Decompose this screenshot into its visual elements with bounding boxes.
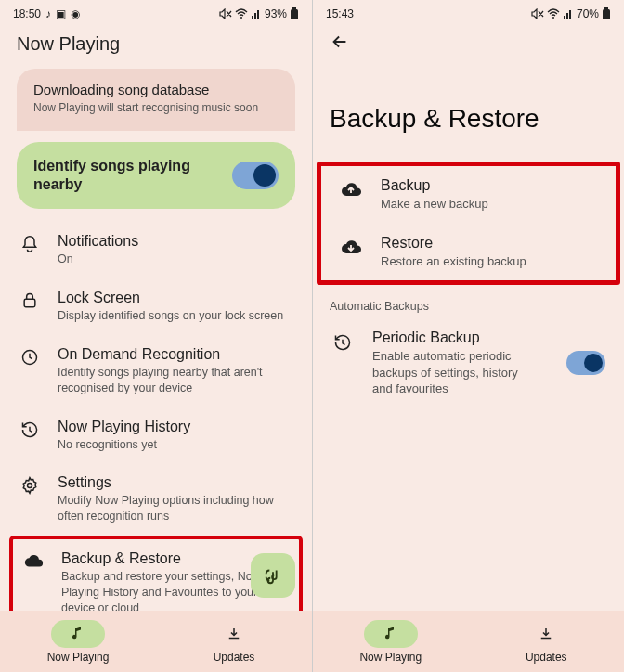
- backup-list: BackupMake a new backup RestoreRestore a…: [313, 162, 624, 408]
- statusbar: 18:50 ♪ ▣ ◉ 93%: [0, 0, 312, 26]
- circle-icon: ◉: [71, 7, 80, 20]
- identify-label: Identify songs playing nearby: [33, 157, 201, 194]
- svg-rect-2: [292, 7, 296, 9]
- item-sub: Restore an existing backup: [381, 253, 585, 270]
- identify-toggle[interactable]: [232, 162, 279, 189]
- wifi-icon: [235, 8, 248, 19]
- item-notifications[interactable]: NotificationsOn: [9, 222, 303, 278]
- item-on-demand[interactable]: On Demand RecognitionIdentify songs play…: [9, 335, 303, 407]
- svg-point-7: [552, 17, 554, 19]
- bottom-nav: Now Playing Updates: [0, 611, 312, 672]
- periodic-toggle[interactable]: [566, 351, 605, 375]
- mute-icon: [531, 8, 544, 19]
- item-title: Periodic Backup: [372, 330, 540, 346]
- cloud-up-icon: [340, 177, 362, 200]
- highlight-box: BackupMake a new backup RestoreRestore a…: [317, 162, 620, 285]
- signal-icon: [251, 8, 262, 19]
- bell-icon: [19, 233, 41, 253]
- fab-now-playing[interactable]: [251, 553, 295, 598]
- lock-icon: [19, 290, 41, 310]
- item-history[interactable]: Now Playing HistoryNo recognitions yet: [9, 407, 303, 464]
- svg-rect-9: [604, 7, 608, 9]
- wifi-icon: [547, 8, 560, 19]
- nav-updates[interactable]: Updates: [469, 611, 625, 672]
- item-title: Notifications: [58, 233, 293, 250]
- nav-label: Updates: [214, 651, 255, 664]
- download-icon: [519, 620, 573, 648]
- nav-label: Now Playing: [47, 651, 110, 664]
- item-sub: No recognitions yet: [58, 437, 293, 453]
- back-button[interactable]: [313, 26, 624, 58]
- on-demand-icon: [19, 346, 41, 367]
- item-sub: Display identified songs on your lock sc…: [58, 308, 293, 324]
- image-icon: ▣: [56, 7, 66, 20]
- item-lock-screen[interactable]: Lock ScreenDisplay identified songs on y…: [9, 278, 303, 335]
- history-icon: [332, 330, 354, 352]
- bottom-nav: Now Playing Updates: [313, 611, 624, 672]
- svg-rect-1: [291, 9, 298, 19]
- nav-label: Updates: [526, 651, 567, 664]
- item-title: Now Playing History: [58, 419, 293, 435]
- page-title: Backup & Restore: [313, 58, 624, 162]
- svg-rect-3: [24, 299, 35, 306]
- content: Downloading song database Now Playing wi…: [0, 65, 312, 611]
- download-card: Downloading song database Now Playing wi…: [17, 69, 295, 131]
- section-label: Automatic Backups: [313, 292, 624, 318]
- download-sub: Now Playing will start recognising music…: [33, 101, 279, 114]
- item-title: Lock Screen: [58, 290, 293, 306]
- item-restore[interactable]: RestoreRestore an existing backup: [321, 224, 616, 281]
- mute-icon: [219, 8, 232, 19]
- item-sub: Enable automatic periodic backups of set…: [372, 348, 540, 397]
- item-title: Settings: [58, 474, 293, 491]
- battery-icon: [290, 7, 299, 20]
- item-title: Restore: [381, 235, 597, 252]
- svg-point-5: [28, 484, 32, 488]
- identify-card[interactable]: Identify songs playing nearby: [17, 142, 295, 209]
- item-sub: Make a new backup: [381, 196, 585, 213]
- svg-point-0: [240, 17, 242, 19]
- item-periodic-backup[interactable]: Periodic BackupEnable automatic periodic…: [313, 318, 624, 408]
- cloud-icon: [22, 550, 45, 571]
- item-title: On Demand Recognition: [58, 346, 293, 363]
- item-settings[interactable]: SettingsModify Now Playing options inclu…: [9, 463, 303, 536]
- nav-label: Now Playing: [359, 651, 422, 664]
- nav-now-playing[interactable]: Now Playing: [313, 611, 469, 672]
- svg-rect-8: [603, 9, 610, 19]
- item-title: Backup: [381, 177, 597, 194]
- cloud-down-icon: [340, 235, 362, 257]
- screen-now-playing: 18:50 ♪ ▣ ◉ 93% Now Playing Downloading …: [0, 0, 312, 672]
- status-time: 15:43: [326, 7, 354, 20]
- music-note-icon: [364, 620, 418, 648]
- download-title: Downloading song database: [33, 82, 279, 97]
- nav-updates[interactable]: Updates: [156, 611, 312, 672]
- item-sub: Modify Now Playing options including how…: [58, 493, 293, 524]
- battery-text: 93%: [265, 7, 287, 20]
- music-note-icon: [51, 620, 105, 648]
- screen-backup-restore: 15:43 70% Backup & Restore BackupMake a …: [312, 0, 624, 672]
- item-sub: Identify songs playing nearby that aren'…: [58, 365, 293, 396]
- download-icon: [207, 620, 261, 648]
- item-sub: On: [58, 252, 293, 267]
- statusbar: 15:43 70%: [313, 0, 624, 26]
- music-icon: ♪: [46, 7, 51, 20]
- battery-icon: [602, 7, 611, 20]
- nav-now-playing[interactable]: Now Playing: [0, 611, 156, 672]
- history-icon: [19, 419, 41, 439]
- battery-text: 70%: [577, 7, 599, 20]
- gear-icon: [19, 474, 41, 495]
- page-title: Now Playing: [17, 33, 295, 55]
- page-header: Now Playing: [0, 26, 312, 65]
- status-time: 18:50: [13, 7, 41, 20]
- signal-icon: [563, 8, 574, 19]
- item-backup[interactable]: BackupMake a new backup: [321, 166, 616, 224]
